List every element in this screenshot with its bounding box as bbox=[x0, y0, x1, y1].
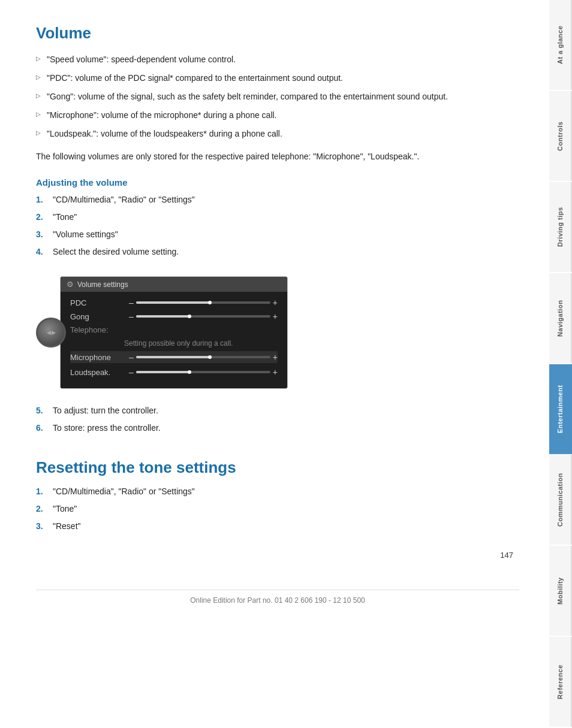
step-text: To adjust: turn the controller. bbox=[53, 404, 158, 417]
microphone-bar-track bbox=[136, 356, 270, 358]
step-item: 1. "CD/Multimedia", "Radio" or "Settings… bbox=[36, 485, 519, 498]
step-item: 3. "Reset" bbox=[36, 520, 519, 533]
page-title: Volume bbox=[36, 24, 519, 43]
step-num: 3. bbox=[36, 228, 47, 241]
bullet-text: "Loudspeak.": volume of the loudspeakers… bbox=[47, 128, 282, 140]
microphone-plus-icon: + bbox=[273, 352, 278, 362]
controller-knob bbox=[36, 318, 66, 348]
loudspeak-bar-dot bbox=[188, 370, 191, 374]
telephone-disabled-text: Setting possible only during a call. bbox=[70, 339, 278, 349]
step-text: "Tone" bbox=[53, 211, 77, 223]
bullet-arrow-icon: ▷ bbox=[36, 110, 41, 119]
step-item: 5. To adjust: turn the controller. bbox=[36, 404, 519, 417]
microphone-label: Microphone bbox=[70, 353, 124, 362]
telephone-label: Telephone: bbox=[70, 325, 124, 334]
pdc-plus-icon: + bbox=[273, 298, 278, 307]
step-num: 2. bbox=[36, 211, 47, 223]
bullet-text: "Microphone": volume of the microphone* … bbox=[47, 109, 277, 122]
gong-minus-icon: – bbox=[129, 312, 134, 321]
screenshot-title: Volume settings bbox=[77, 280, 128, 289]
loudspeak-bar-container: – + bbox=[129, 367, 278, 377]
telephone-row: Telephone: bbox=[70, 325, 278, 334]
step-num: 1. bbox=[36, 194, 47, 206]
reset-title: Resetting the tone settings bbox=[36, 458, 519, 477]
pdc-bar-dot bbox=[208, 301, 212, 304]
screenshot-wrapper: ⚙ Volume settings PDC – + bbox=[36, 267, 519, 398]
loudspeak-plus-icon: + bbox=[273, 367, 278, 377]
step-text: To store: press the controller. bbox=[53, 422, 161, 434]
microphone-bar-fill bbox=[136, 356, 210, 358]
volume-settings-screenshot: ⚙ Volume settings PDC – + bbox=[60, 276, 288, 389]
adjusting-steps-list-2: 5. To adjust: turn the controller. 6. To… bbox=[36, 404, 519, 434]
bullet-arrow-icon: ▷ bbox=[36, 73, 41, 81]
pdc-bar-container: – + bbox=[129, 298, 278, 307]
list-item: ▷ "Loudspeak.": volume of the loudspeake… bbox=[36, 128, 519, 140]
gong-bar-track bbox=[136, 315, 270, 318]
sidebar-tab-navigation[interactable]: Navigation bbox=[549, 273, 572, 363]
pdc-label: PDC bbox=[70, 298, 124, 307]
step-num: 5. bbox=[36, 404, 47, 417]
step-num: 6. bbox=[36, 422, 47, 434]
settings-icon: ⚙ bbox=[67, 280, 74, 289]
step-num: 3. bbox=[36, 520, 47, 533]
adjusting-section-title: Adjusting the volume bbox=[36, 177, 519, 188]
sidebar-tab-entertainment[interactable]: Entertainment bbox=[549, 364, 572, 454]
gong-row: Gong – + bbox=[70, 312, 278, 321]
step-item: 4. Select the desired volume setting. bbox=[36, 246, 519, 258]
step-num: 4. bbox=[36, 246, 47, 258]
list-item: ▷ "PDC": volume of the PDC signal* compa… bbox=[36, 72, 519, 84]
sidebar-tab-communication[interactable]: Communication bbox=[549, 455, 572, 545]
sidebar: At a glance Controls Driving tips Naviga… bbox=[549, 0, 572, 728]
step-text: "Volume settings" bbox=[53, 228, 118, 241]
microphone-row: Microphone – + bbox=[70, 351, 278, 363]
step-item: 6. To store: press the controller. bbox=[36, 422, 519, 434]
list-item: ▷ "Gong": volume of the signal, such as … bbox=[36, 90, 519, 103]
pdc-bar-fill bbox=[136, 301, 210, 304]
list-item: ▷ "Microphone": volume of the microphone… bbox=[36, 109, 519, 122]
loudspeak-label: Loudspeak. bbox=[70, 368, 124, 377]
step-text: Select the desired volume setting. bbox=[53, 246, 179, 258]
bullet-text: "Gong": volume of the signal, such as th… bbox=[47, 90, 448, 103]
microphone-minus-icon: – bbox=[129, 352, 134, 362]
note-text: The following volumes are only stored fo… bbox=[36, 150, 519, 163]
page-number: 147 bbox=[36, 551, 519, 560]
step-item: 2. "Tone" bbox=[36, 503, 519, 515]
adjusting-steps-list: 1. "CD/Multimedia", "Radio" or "Settings… bbox=[36, 194, 519, 258]
step-text: "CD/Multimedia", "Radio" or "Settings" bbox=[53, 485, 195, 498]
loudspeak-row: Loudspeak. – + bbox=[70, 367, 278, 377]
sidebar-tab-driving-tips[interactable]: Driving tips bbox=[549, 182, 572, 272]
bullet-arrow-icon: ▷ bbox=[36, 91, 41, 100]
step-text: "CD/Multimedia", "Radio" or "Settings" bbox=[53, 194, 195, 206]
main-content: Volume ▷ "Speed volume": speed-dependent… bbox=[0, 0, 549, 728]
gong-bar-fill bbox=[136, 315, 190, 318]
gong-plus-icon: + bbox=[273, 312, 278, 321]
step-item: 1. "CD/Multimedia", "Radio" or "Settings… bbox=[36, 194, 519, 206]
list-item: ▷ "Speed volume": speed-dependent volume… bbox=[36, 53, 519, 66]
step-text: "Tone" bbox=[53, 503, 77, 515]
gong-label: Gong bbox=[70, 312, 124, 321]
microphone-bar-dot bbox=[208, 355, 212, 359]
step-num: 1. bbox=[36, 485, 47, 498]
gong-bar-container: – + bbox=[129, 312, 278, 321]
microphone-bar-container: – + bbox=[129, 352, 278, 362]
pdc-row: PDC – + bbox=[70, 298, 278, 307]
sidebar-tab-controls[interactable]: Controls bbox=[549, 91, 572, 181]
step-item: 3. "Volume settings" bbox=[36, 228, 519, 241]
sidebar-tab-mobility[interactable]: Mobility bbox=[549, 546, 572, 636]
reset-steps-list: 1. "CD/Multimedia", "Radio" or "Settings… bbox=[36, 485, 519, 533]
step-num: 2. bbox=[36, 503, 47, 515]
step-item: 2. "Tone" bbox=[36, 211, 519, 223]
bullet-arrow-icon: ▷ bbox=[36, 128, 41, 137]
pdc-minus-icon: – bbox=[129, 298, 134, 307]
bullet-text: "Speed volume": speed-dependent volume c… bbox=[47, 53, 236, 66]
bullet-list: ▷ "Speed volume": speed-dependent volume… bbox=[36, 53, 519, 140]
gong-bar-dot bbox=[188, 315, 191, 318]
page-footer: Online Edition for Part no. 01 40 2 606 … bbox=[36, 590, 519, 605]
step-text: "Reset" bbox=[53, 520, 81, 533]
screenshot-titlebar: ⚙ Volume settings bbox=[61, 277, 287, 292]
bullet-arrow-icon: ▷ bbox=[36, 54, 41, 63]
pdc-bar-track bbox=[136, 301, 270, 304]
sidebar-tab-at-a-glance[interactable]: At a glance bbox=[549, 0, 572, 90]
sidebar-tab-reference[interactable]: Reference bbox=[549, 637, 572, 727]
loudspeak-minus-icon: – bbox=[129, 367, 134, 377]
